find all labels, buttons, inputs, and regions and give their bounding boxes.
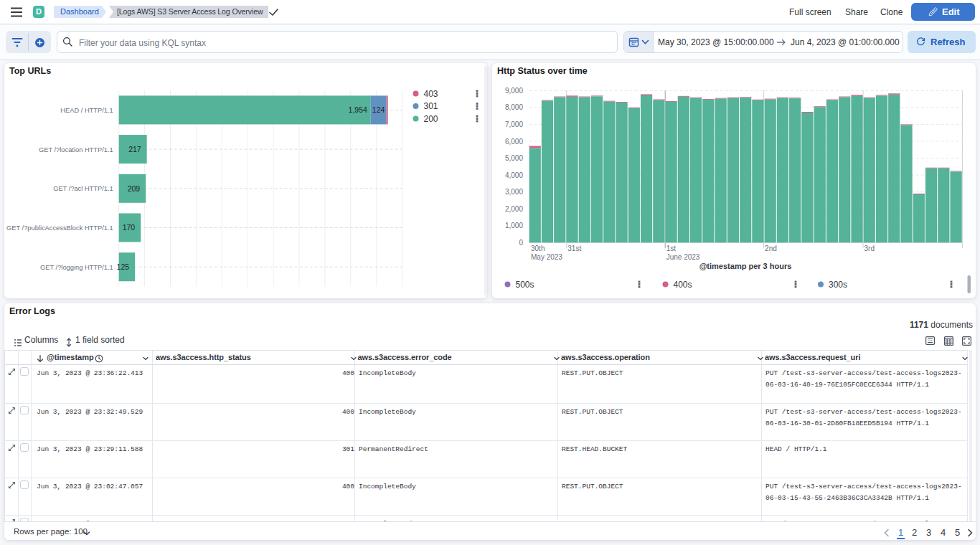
svg-text:7,000: 7,000: [505, 120, 523, 128]
svg-text:31st: 31st: [567, 245, 581, 252]
svg-text:170: 170: [123, 223, 136, 232]
svg-text:2nd: 2nd: [765, 245, 777, 252]
svg-text:30th: 30th: [531, 245, 545, 252]
svg-text:GET /?location HTTP/1.1: GET /?location HTTP/1.1: [39, 146, 113, 153]
svg-text:200: 200: [424, 114, 438, 124]
svg-text:5,000: 5,000: [505, 154, 523, 162]
svg-text:4,000: 4,000: [505, 171, 523, 179]
svg-text:June 2023: June 2023: [666, 253, 700, 261]
svg-text:2,000: 2,000: [505, 205, 523, 213]
svg-text:GET /?acl HTTP/1.1: GET /?acl HTTP/1.1: [53, 185, 113, 192]
svg-text:3rd: 3rd: [864, 245, 875, 252]
svg-text:500s: 500s: [516, 280, 534, 290]
svg-text:1,000: 1,000: [505, 222, 523, 229]
svg-text:9,000: 9,000: [505, 87, 523, 95]
svg-text:301: 301: [424, 101, 438, 111]
svg-text:3,000: 3,000: [505, 188, 523, 196]
svg-text:403: 403: [424, 89, 438, 99]
svg-text:GET /?publicAccessBlock HTTP/1: GET /?publicAccessBlock HTTP/1.1: [6, 224, 113, 232]
svg-text:May 2023: May 2023: [531, 253, 562, 261]
svg-text:300s: 300s: [829, 280, 847, 290]
svg-text:1,954: 1,954: [349, 105, 367, 114]
svg-text:GET /?logging HTTP/1.1: GET /?logging HTTP/1.1: [40, 264, 113, 271]
svg-text:0: 0: [519, 239, 523, 247]
svg-text:124: 124: [372, 105, 385, 114]
svg-text:217: 217: [128, 145, 141, 153]
svg-text:1st: 1st: [666, 245, 677, 252]
svg-text:8,000: 8,000: [505, 103, 523, 111]
svg-text:@timestamp per 3 hours: @timestamp per 3 hours: [699, 262, 792, 270]
svg-text:209: 209: [128, 184, 141, 193]
svg-text:HEAD / HTTP/1.1: HEAD / HTTP/1.1: [60, 107, 113, 114]
svg-text:400s: 400s: [674, 280, 692, 290]
svg-text:6,000: 6,000: [505, 138, 523, 146]
svg-text:125: 125: [117, 262, 130, 271]
